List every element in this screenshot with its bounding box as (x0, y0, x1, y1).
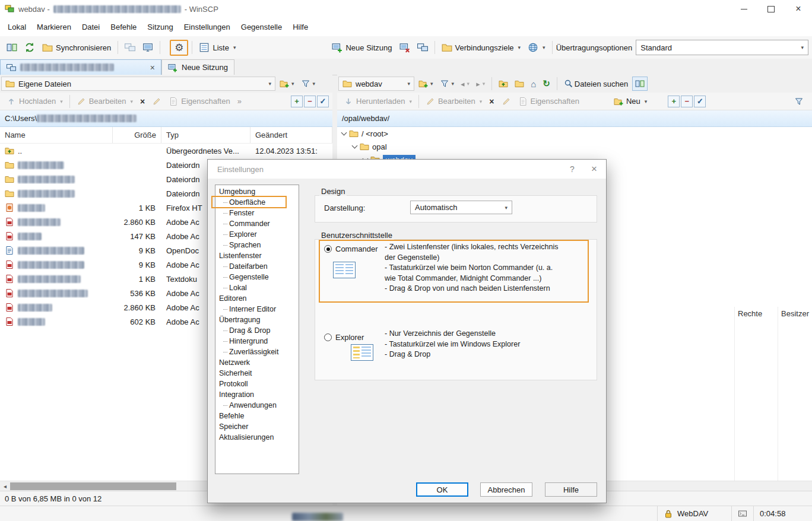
panel-layout-toggle-button[interactable] (632, 77, 648, 91)
settings-tree-item-editoren[interactable]: Editoren (215, 293, 299, 304)
parent-directory-button[interactable] (496, 77, 510, 90)
menu-item[interactable]: Hilfe (287, 20, 313, 34)
local-new-folder-button[interactable]: ▾ (277, 77, 297, 90)
remote-filter-button[interactable]: ▾ (437, 77, 457, 90)
synchronize-button[interactable]: Synchronisieren (39, 40, 114, 55)
remote-properties-button[interactable]: Eigenschaften (515, 94, 582, 109)
commander-radio-row[interactable]: Commander (324, 244, 378, 253)
remote-tree-item-root[interactable]: / <root> (337, 127, 812, 140)
settings-tree-item-oberfl-che[interactable]: Oberfläche (215, 197, 299, 208)
tab-close-icon[interactable]: × (150, 63, 155, 72)
settings-tree-item-sprachen[interactable]: Sprachen (215, 240, 299, 250)
settings-tree-item-speicher[interactable]: Speicher (215, 421, 299, 432)
explorer-radio-row[interactable]: Explorer (324, 333, 364, 342)
settings-tree-item-interner-editor[interactable]: Interner Editor (215, 304, 299, 314)
file-row[interactable]: ..Übergeordnetes Ve...12.04.2023 13:51: (0, 144, 332, 158)
chevron-down-icon[interactable] (352, 142, 358, 148)
remote-tree-item-opal[interactable]: opal (337, 140, 812, 153)
remote-select-button[interactable]: + (668, 96, 680, 107)
synchronize-browsing-button[interactable] (21, 40, 38, 55)
explorer-radio[interactable] (324, 333, 332, 341)
transfer-preset-combobox[interactable]: Standard ▾ (636, 40, 808, 55)
settings-tree-item-dateifarben[interactable]: Dateifarben (215, 261, 299, 272)
settings-tree-item-bertragung[interactable]: Übertragung (215, 314, 299, 325)
back-button[interactable]: ◂▾ (458, 78, 472, 90)
minimize-button[interactable] (730, 0, 757, 18)
home-directory-button[interactable]: ⌂ (528, 77, 538, 91)
remote-rename-button[interactable] (499, 94, 514, 109)
darstellung-combobox[interactable]: Automatisch ▾ (410, 201, 512, 214)
settings-tree-item-aktualisierungen[interactable]: Aktualisierungen (215, 432, 299, 443)
status-section-console[interactable] (731, 506, 753, 521)
local-select-button[interactable]: + (291, 96, 303, 107)
remote-new-folder-button[interactable]: ▾ (416, 77, 436, 90)
local-filter-button[interactable]: ▾ (299, 77, 318, 90)
settings-tree-item-integration[interactable]: Integration (215, 389, 299, 400)
duplicate-session-button[interactable] (414, 40, 431, 55)
find-files-button[interactable]: Dateien suchen (562, 77, 630, 90)
remote-edit-button[interactable]: Bearbeiten ▾ (423, 94, 485, 109)
settings-tree-item-fenster[interactable]: Fenster (215, 208, 299, 218)
console-button[interactable] (139, 40, 156, 55)
remote-drive-combobox[interactable]: webdav ▾ (338, 77, 414, 91)
local-unselect-button[interactable]: − (304, 96, 316, 107)
menu-item[interactable]: Datei (77, 20, 105, 34)
local-drive-combobox[interactable]: Eigene Dateien ▾ (1, 77, 275, 91)
refresh-button[interactable]: ↻ (540, 77, 553, 91)
settings-tree-item-befehle[interactable]: Befehle (215, 411, 299, 421)
download-button[interactable]: Herunterladen ▾ (341, 94, 415, 109)
maximize-button[interactable] (757, 0, 785, 18)
dialog-close-button[interactable]: × (582, 163, 606, 175)
settings-tree-item-commander[interactable]: Commander (215, 218, 299, 229)
menu-item[interactable]: Gegenstelle (236, 20, 287, 34)
settings-tree-item-gegenstelle[interactable]: Gegenstelle (215, 272, 299, 282)
close-session-button[interactable] (397, 40, 413, 55)
menu-item[interactable]: Einstellungen (179, 20, 236, 34)
scrollbar-thumb[interactable] (10, 482, 176, 490)
local-edit-button[interactable]: Bearbeiten ▾ (74, 94, 136, 109)
session-tab-active[interactable]: × (0, 59, 161, 75)
queue-button[interactable] (122, 40, 138, 55)
remote-delete-button[interactable]: × (486, 94, 497, 109)
settings-tree-item-protokoll[interactable]: Protokoll (215, 379, 299, 389)
column-header-modified[interactable]: Geändert (250, 127, 332, 143)
dialog-help-button[interactable]: ? (562, 164, 582, 174)
local-rename-button[interactable] (149, 94, 164, 109)
column-header-rights[interactable]: Rechte (738, 309, 762, 318)
new-session-button[interactable]: Neue Sitzung (329, 40, 395, 55)
column-header-name[interactable]: Name (0, 127, 113, 143)
settings-tree-item-zuverl-ssigkeit[interactable]: Zuverlässigkeit (215, 347, 299, 357)
column-header-owner[interactable]: Besitzer (781, 309, 809, 318)
column-header-type[interactable]: Typ (161, 127, 250, 143)
open-directory-button[interactable] (512, 77, 526, 90)
settings-tree-item-hintergrund[interactable]: Hintergrund (215, 336, 299, 347)
connection-targets-button[interactable]: Verbindungsziele ▾ (439, 40, 524, 55)
keep-directories-synced-button[interactable] (4, 40, 20, 55)
remote-path-bar[interactable]: /opal/webdav/ (337, 110, 812, 127)
help-button[interactable]: Hilfe (545, 482, 597, 497)
menu-item[interactable]: Lokal (2, 20, 31, 34)
local-toolbar-overflow-button[interactable]: » (234, 94, 245, 108)
remote-new-button[interactable]: Neu ▾ (611, 94, 650, 109)
settings-tree-item-netzwerk[interactable]: Netzwerk (215, 357, 299, 368)
list-view-button[interactable]: Liste ▾ (196, 40, 239, 55)
commander-radio[interactable] (324, 245, 332, 253)
local-invert-selection-button[interactable]: ✓ (317, 96, 329, 107)
column-header-size[interactable]: Größe (113, 127, 161, 143)
ok-button[interactable]: OK (416, 482, 468, 497)
status-section-protocol[interactable]: WebDAV (657, 506, 731, 521)
settings-tree-item-drag-drop[interactable]: Drag & Drop (215, 325, 299, 336)
local-delete-button[interactable]: × (137, 94, 148, 109)
remote-invert-selection-button[interactable]: ✓ (694, 96, 706, 107)
settings-tree-item-anwendungen[interactable]: Anwendungen (215, 400, 299, 411)
forward-button[interactable]: ▸▾ (474, 78, 487, 90)
settings-tree-item-lokal[interactable]: Lokal (215, 282, 299, 293)
settings-tree-item-listenfenster[interactable]: Listenfenster (215, 250, 299, 261)
session-tab-new[interactable]: Neue Sitzung (161, 59, 234, 75)
remote-unselect-button[interactable]: − (681, 96, 693, 107)
settings-tree-item-explorer[interactable]: Explorer (215, 229, 299, 240)
local-properties-button[interactable]: Eigenschaften (166, 94, 233, 109)
menu-item[interactable]: Markieren (31, 20, 77, 34)
menu-item[interactable]: Sitzung (142, 20, 178, 34)
settings-tree-item-sicherheit[interactable]: Sicherheit (215, 368, 299, 379)
